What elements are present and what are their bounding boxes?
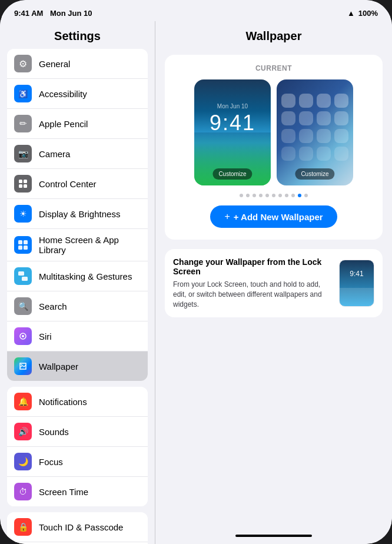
sidebar-scroll[interactable]: ⚙ General ♿ Accessibility ✏ Apple Pencil… bbox=[0, 49, 155, 544]
sidebar-item-label-search: Search bbox=[39, 301, 67, 311]
sidebar-title: Settings bbox=[0, 21, 155, 49]
sidebar-item-label-apple-pencil: Apple Pencil bbox=[39, 119, 88, 129]
sidebar-item-camera[interactable]: 📷 Camera bbox=[7, 139, 148, 169]
sidebar-item-label-wallpaper: Wallpaper bbox=[39, 361, 78, 371]
sidebar-item-label-general: General bbox=[39, 59, 70, 69]
sidebar-item-label-control-center: Control Center bbox=[39, 179, 97, 189]
lock-screen-preview[interactable]: Mon Jun 10 9:41 Customize bbox=[194, 79, 271, 185]
touch-id-icon: 🔒 bbox=[14, 518, 32, 536]
svg-rect-2 bbox=[19, 184, 22, 188]
svg-rect-8 bbox=[18, 271, 24, 276]
wallpaper-icon bbox=[14, 357, 32, 375]
sidebar-item-control-center[interactable]: Control Center bbox=[7, 169, 148, 199]
dot-6 bbox=[272, 194, 275, 197]
home-indicator-area bbox=[155, 526, 392, 544]
svg-point-12 bbox=[21, 364, 22, 366]
lock-screen-customize-btn[interactable]: Customize bbox=[212, 168, 252, 180]
dot-5 bbox=[265, 194, 269, 197]
svg-rect-5 bbox=[24, 240, 28, 244]
settings-group-2: 🔔 Notifications 🔊 Sounds 🌙 Focus ⏱ Scree… bbox=[7, 387, 148, 506]
right-panel-title: Wallpaper bbox=[155, 21, 392, 49]
sidebar-item-wallpaper[interactable]: Wallpaper bbox=[7, 351, 148, 381]
home-screen-preview[interactable]: Customize bbox=[277, 79, 353, 185]
sidebar-item-notifications[interactable]: 🔔 Notifications bbox=[7, 387, 148, 417]
display-icon: ☀ bbox=[14, 205, 32, 223]
sidebar-item-search[interactable]: 🔍 Search bbox=[7, 291, 148, 321]
dot-11 bbox=[304, 194, 308, 197]
sidebar-item-sounds[interactable]: 🔊 Sounds bbox=[7, 417, 148, 447]
dot-7 bbox=[278, 194, 282, 197]
current-label: CURRENT bbox=[172, 64, 376, 72]
svg-rect-6 bbox=[18, 246, 22, 250]
preview-time: 9:41 bbox=[210, 111, 255, 135]
accessibility-icon: ♿ bbox=[14, 85, 32, 102]
right-panel: Wallpaper CURRENT Mon Jun 10 9:41 bbox=[155, 21, 392, 544]
home-screen-customize-btn[interactable]: Customize bbox=[295, 168, 334, 180]
ipad-screen: 9:41 AM Mon Jun 10 ▲ 100% Settings ⚙ Gen… bbox=[0, 0, 392, 544]
sidebar-item-label-screen-time: Screen Time bbox=[39, 487, 88, 497]
preview-date: Mon Jun 10 bbox=[210, 103, 255, 110]
sidebar-item-touch-id[interactable]: 🔒 Touch ID & Passcode bbox=[7, 512, 148, 542]
multitasking-icon bbox=[14, 267, 32, 285]
svg-rect-0 bbox=[19, 180, 22, 183]
sidebar-item-siri[interactable]: Siri bbox=[7, 321, 148, 351]
sidebar-item-general[interactable]: ⚙ General bbox=[7, 49, 148, 79]
right-panel-content[interactable]: CURRENT Mon Jun 10 9:41 Customize bbox=[155, 49, 392, 526]
svg-rect-1 bbox=[24, 180, 27, 183]
svg-point-11 bbox=[22, 335, 24, 337]
sidebar-item-label-notifications: Notifications bbox=[39, 397, 87, 407]
add-wallpaper-button[interactable]: + + Add New Wallpaper bbox=[210, 205, 337, 228]
add-icon: + bbox=[224, 211, 230, 222]
sidebar-item-multitasking[interactable]: Multitasking & Gestures bbox=[7, 261, 148, 291]
battery-indicator: 100% bbox=[358, 9, 378, 18]
sidebar-item-label-focus: Focus bbox=[39, 457, 63, 467]
main-area: Settings ⚙ General ♿ Accessibility ✏ App… bbox=[0, 21, 392, 544]
sidebar-item-label-home-screen: Home Screen & App Library bbox=[39, 235, 141, 255]
sidebar-item-label-siri: Siri bbox=[39, 331, 52, 341]
wallpaper-preview-card: CURRENT Mon Jun 10 9:41 Customize bbox=[165, 55, 383, 240]
sounds-icon: 🔊 bbox=[14, 423, 32, 440]
svg-rect-7 bbox=[24, 246, 28, 250]
svg-rect-3 bbox=[24, 184, 27, 188]
status-time: 9:41 AM Mon Jun 10 bbox=[14, 9, 92, 18]
settings-group-1: ⚙ General ♿ Accessibility ✏ Apple Pencil… bbox=[7, 49, 148, 381]
dot-1 bbox=[240, 194, 243, 197]
settings-group-3: 🔒 Touch ID & Passcode ✋ Privacy & Securi… bbox=[7, 512, 148, 544]
sidebar-item-focus[interactable]: 🌙 Focus bbox=[7, 447, 148, 477]
sidebar-item-display[interactable]: ☀ Display & Brightness bbox=[7, 199, 148, 229]
home-screen-icon bbox=[14, 236, 32, 254]
sidebar-item-label-touch-id: Touch ID & Passcode bbox=[39, 522, 123, 532]
wifi-icon: ▲ bbox=[347, 9, 355, 18]
dot-10-active bbox=[298, 194, 301, 197]
search-icon: 🔍 bbox=[14, 297, 32, 315]
wallpaper-info-card: Change your Wallpaper from the Lock Scre… bbox=[165, 249, 383, 317]
wallpaper-info-text: Change your Wallpaper from the Lock Scre… bbox=[173, 257, 332, 309]
sidebar-item-label-sounds: Sounds bbox=[39, 427, 69, 437]
svg-rect-9 bbox=[22, 277, 28, 281]
dot-4 bbox=[259, 194, 263, 197]
general-icon: ⚙ bbox=[14, 55, 32, 72]
sidebar-item-label-multitasking: Multitasking & Gestures bbox=[39, 271, 132, 281]
sidebar-item-accessibility[interactable]: ♿ Accessibility bbox=[7, 79, 148, 109]
dot-3 bbox=[253, 194, 256, 197]
sidebar-item-label-accessibility: Accessibility bbox=[39, 89, 87, 99]
camera-icon: 📷 bbox=[14, 145, 32, 162]
pagination-dots bbox=[172, 194, 376, 197]
sidebar-item-screen-time[interactable]: ⏱ Screen Time bbox=[7, 477, 148, 506]
info-card-title: Change your Wallpaper from the Lock Scre… bbox=[173, 257, 332, 276]
mini-lockscreen: 9:41 bbox=[339, 260, 374, 307]
status-bar: 9:41 AM Mon Jun 10 ▲ 100% bbox=[0, 0, 392, 21]
wallpaper-previews: Mon Jun 10 9:41 Customize bbox=[172, 79, 376, 185]
sidebar-item-home-screen[interactable]: Home Screen & App Library bbox=[7, 229, 148, 261]
sidebar-item-apple-pencil[interactable]: ✏ Apple Pencil bbox=[7, 109, 148, 139]
apple-pencil-icon: ✏ bbox=[14, 115, 32, 132]
dot-2 bbox=[246, 194, 250, 197]
add-wallpaper-label: + Add New Wallpaper bbox=[234, 212, 323, 222]
control-center-icon bbox=[14, 175, 32, 193]
svg-rect-4 bbox=[18, 240, 22, 244]
sidebar-item-label-camera: Camera bbox=[39, 149, 70, 159]
sidebar-item-label-display: Display & Brightness bbox=[39, 209, 120, 219]
focus-icon: 🌙 bbox=[14, 453, 32, 470]
screen-time-icon: ⏱ bbox=[14, 483, 32, 500]
home-indicator bbox=[235, 535, 312, 537]
